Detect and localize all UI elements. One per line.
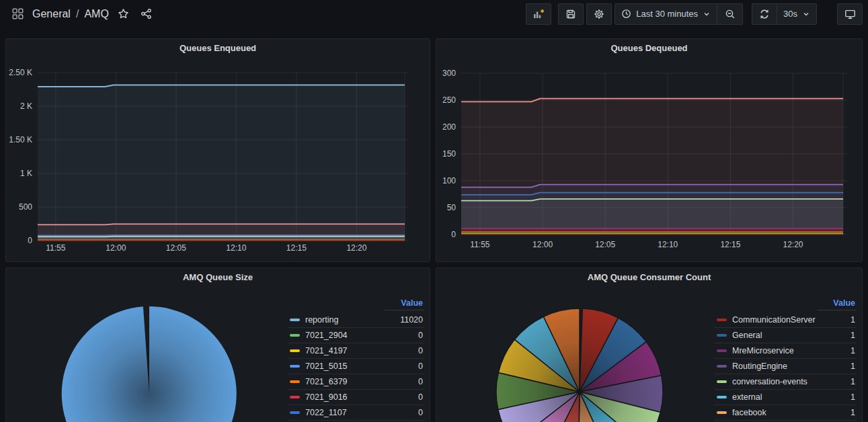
legend-row[interactable]: reporting11020 xyxy=(287,312,424,328)
legend-row[interactable]: 7021_63790 xyxy=(287,374,424,390)
time-range-picker[interactable]: Last 30 minutes xyxy=(615,3,717,25)
legend-series-swatch xyxy=(717,319,727,321)
legend-series-swatch xyxy=(717,365,727,368)
legend-series-swatch xyxy=(290,396,300,398)
x-axis-tick-label: 12:10 xyxy=(658,240,678,249)
legend-series-swatch xyxy=(717,334,727,337)
legend-series-value: 0 xyxy=(393,377,424,386)
share-icon[interactable] xyxy=(139,6,155,22)
legend-series-value: 11020 xyxy=(393,315,424,325)
time-series-chart-queues-enqueued[interactable]: 05001 K1.50 K2 K2.50 K11:5512:0012:0512:… xyxy=(6,39,430,262)
legend-series-name[interactable]: 7021_6379 xyxy=(305,377,393,386)
x-axis-tick-label: 11:55 xyxy=(46,243,65,253)
refresh-interval-label: 30s xyxy=(783,9,797,19)
legend-row[interactable]: 7021_50150 xyxy=(287,359,424,374)
panel-title[interactable]: AMQ Queue Consumer Count xyxy=(436,272,862,282)
legend-series-name[interactable]: 7021_9016 xyxy=(305,392,393,402)
apps-grid-icon[interactable] xyxy=(9,6,26,22)
legend-row[interactable]: 7021_90160 xyxy=(287,390,424,405)
legend-series-swatch xyxy=(717,380,727,383)
legend-row[interactable]: CommunicationServer1 xyxy=(714,312,857,328)
legend-series-value: 0 xyxy=(393,362,424,371)
y-axis-tick-label: 1 K xyxy=(20,169,32,178)
panel-queues-enqueued: Queues Enqueued 05001 K1.50 K2 K2.50 K11… xyxy=(5,38,430,262)
x-axis-tick-label: 12:00 xyxy=(532,240,553,249)
legend-series-name[interactable]: RoutingEngine xyxy=(732,362,826,371)
add-panel-icon xyxy=(532,9,545,19)
y-axis-tick-label: 250 xyxy=(442,95,456,105)
legend-series-name[interactable]: reporting xyxy=(305,315,393,325)
time-controls-group: Last 30 minutes xyxy=(615,3,743,25)
dashboard-title[interactable]: AMQ xyxy=(84,8,108,20)
x-axis-tick-label: 11:55 xyxy=(470,240,489,249)
legend-series-swatch xyxy=(717,411,727,414)
legend-series-swatch xyxy=(290,380,300,383)
y-axis-tick-label: 1.50 K xyxy=(9,135,32,144)
legend-series-name[interactable]: 7021_2904 xyxy=(305,331,393,340)
panel-title[interactable]: Queues Enqueued xyxy=(6,43,430,53)
save-icon xyxy=(565,9,576,19)
legend-series-name[interactable]: conversation-events xyxy=(732,377,826,386)
breadcrumb[interactable]: General / AMQ xyxy=(32,8,109,20)
legend-series-name[interactable]: external xyxy=(732,392,826,402)
legend-series-name[interactable]: 7021_4197 xyxy=(305,346,393,355)
legend-series-name[interactable]: MreMicroservice xyxy=(732,346,826,355)
chevron-down-icon xyxy=(703,10,711,18)
pie-chart-amq-queue-consumer-count[interactable] xyxy=(436,268,719,422)
x-axis-tick-label: 12:15 xyxy=(720,240,740,249)
star-icon[interactable] xyxy=(116,6,132,22)
legend-series-value: 1 xyxy=(826,377,857,386)
add-panel-button[interactable] xyxy=(526,3,551,25)
legend-value-header: Value xyxy=(385,298,424,310)
pie-chart-amq-queue-size[interactable] xyxy=(6,268,288,422)
legend-row[interactable]: RoutingEngine1 xyxy=(714,359,857,374)
y-axis-tick-label: 0 xyxy=(28,236,32,245)
legend-series-value: 1 xyxy=(826,331,857,340)
y-axis-tick-label: 2 K xyxy=(20,101,32,111)
y-axis-tick-label: 50 xyxy=(447,203,457,212)
time-range-label: Last 30 minutes xyxy=(636,9,698,19)
series-line xyxy=(38,224,405,224)
legend-amq-queue-consumer-count: Value CommunicationServer1General1MreMic… xyxy=(714,296,857,421)
legend-row[interactable]: conversation-events1 xyxy=(714,374,857,390)
legend-row[interactable]: 7022_11070 xyxy=(287,405,424,421)
legend-series-value: 1 xyxy=(826,392,857,402)
legend-row[interactable]: General1 xyxy=(714,328,857,343)
gear-icon xyxy=(594,9,604,19)
legend-row[interactable]: 7021_41970 xyxy=(287,343,424,359)
monitor-icon xyxy=(844,9,856,19)
legend-row[interactable]: MreMicroservice1 xyxy=(714,343,857,359)
legend-row[interactable]: external1 xyxy=(714,390,857,405)
legend-series-name[interactable]: CommunicationServer xyxy=(732,315,826,325)
legend-series-value: 0 xyxy=(393,346,424,355)
panel-title[interactable]: AMQ Queue Size xyxy=(6,272,430,282)
legend-series-name[interactable]: General xyxy=(732,331,826,340)
panel-queues-dequeued: Queues Dequeued 05010015020025030011:551… xyxy=(436,38,863,262)
clock-icon xyxy=(621,9,631,19)
refresh-group: 30s xyxy=(752,3,817,25)
dashboard-settings-button[interactable] xyxy=(586,3,612,25)
legend-row[interactable]: 7021_29040 xyxy=(287,328,424,343)
panel-amq-queue-size: AMQ Queue Size Value reporting110207021_… xyxy=(5,267,430,422)
legend-series-name[interactable]: 7022_1107 xyxy=(305,408,393,417)
refresh-button[interactable] xyxy=(752,3,777,25)
y-axis-tick-label: 0 xyxy=(451,230,456,239)
save-dashboard-button[interactable] xyxy=(558,3,584,25)
tv-kiosk-mode-button[interactable] xyxy=(837,3,863,25)
x-axis-tick-label: 12:05 xyxy=(166,243,186,253)
legend-series-value: 1 xyxy=(826,346,857,355)
legend-series-name[interactable]: 7021_5015 xyxy=(305,362,393,371)
refresh-interval-dropdown[interactable]: 30s xyxy=(777,3,817,25)
pie-slice[interactable] xyxy=(62,306,237,422)
legend-series-value: 1 xyxy=(826,362,857,371)
zoom-out-icon xyxy=(725,9,736,19)
legend-series-swatch xyxy=(290,365,300,368)
zoom-out-time-button[interactable] xyxy=(717,3,743,25)
panel-title[interactable]: Queues Dequeued xyxy=(436,43,862,53)
y-axis-tick-label: 300 xyxy=(442,69,456,78)
legend-row[interactable]: facebook1 xyxy=(714,405,857,421)
legend-series-name[interactable]: facebook xyxy=(732,408,826,417)
time-series-chart-queues-dequeued[interactable]: 05010015020025030011:5512:0012:0512:1012… xyxy=(436,39,863,262)
legend-series-value: 0 xyxy=(393,392,424,402)
breadcrumb-folder[interactable]: General xyxy=(32,8,71,20)
